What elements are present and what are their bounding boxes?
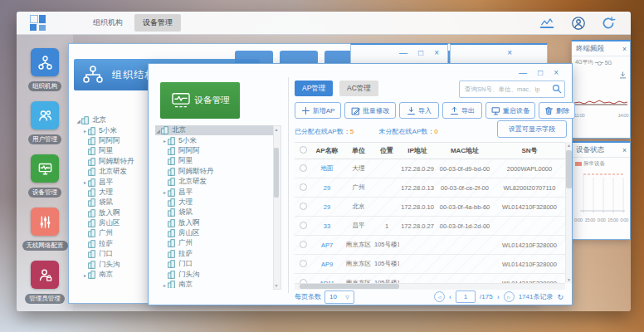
expander-icon[interactable]: ▸ [162, 189, 168, 195]
close-icon[interactable]: × [434, 48, 441, 57]
tree-item[interactable]: 门口 [155, 259, 273, 269]
tree-item[interactable]: 房山区 [155, 228, 273, 238]
table-row[interactable]: 33昌平1172.28.0.2700-03-0f-1d-2d-00 [295, 217, 565, 236]
toolbar-button-1[interactable]: 批量修改 [344, 102, 396, 119]
dialog-toolbar: 新增AP批量修改导入导出重启设备删除 [295, 102, 575, 119]
minimize-icon[interactable]: — [399, 48, 409, 57]
select-all-checkbox[interactable] [300, 146, 307, 154]
tree-item[interactable]: 大理 [155, 198, 273, 208]
maximize-icon[interactable]: □ [538, 68, 543, 78]
row-checkbox[interactable] [300, 183, 307, 191]
stats-icon[interactable] [539, 16, 554, 31]
total-pages: /175 [480, 293, 493, 300]
expander-icon[interactable]: ▸ [162, 282, 168, 288]
close-icon[interactable]: × [622, 45, 627, 53]
minimize-icon[interactable]: — [519, 68, 527, 78]
admin-icon[interactable] [31, 261, 59, 289]
table-row[interactable]: AP11南京东区105号楼18WL014210F328000 [295, 274, 565, 283]
toolbar-button-3[interactable]: 导出 [442, 102, 482, 119]
per-page-label: 每页条数 [295, 292, 321, 301]
toolbar-button-4[interactable]: 重启设备 [485, 102, 535, 119]
sidebar-item-user-management[interactable]: 用户管理 [17, 101, 73, 144]
download-icon[interactable] [619, 71, 627, 79]
topbar-tab-device-management[interactable]: 设备管理 [134, 14, 181, 32]
refresh-icon[interactable] [601, 16, 616, 31]
org-icon[interactable] [31, 48, 59, 76]
monitor-icon[interactable] [31, 154, 59, 183]
search-input[interactable] [463, 82, 549, 96]
toolbar-button-0[interactable]: 新增AP [295, 102, 341, 119]
table-cell[interactable]: 33 [311, 222, 343, 230]
table-vertical-scrollbar[interactable]: ▲▼ [565, 142, 572, 283]
last-page-icon[interactable]: ▷ [504, 291, 515, 302]
table-cell[interactable]: 29 [311, 203, 343, 211]
toolbar-button-2[interactable]: 导入 [399, 102, 439, 119]
sliders-icon[interactable] [31, 208, 59, 236]
tree-item[interactable]: ◢北京 [155, 125, 273, 135]
maximize-icon[interactable]: □ [418, 48, 425, 57]
table-row[interactable]: 29北京172.28.0.1000-03-0f-4a-bb-60WL014210… [295, 198, 565, 217]
expander-icon[interactable]: ◢ [155, 128, 161, 134]
close-icon[interactable]: × [554, 68, 559, 78]
per-page-select[interactable]: 10 ▽ [324, 290, 354, 304]
row-checkbox[interactable] [300, 222, 307, 229]
tree-item[interactable]: 袋鼠 [155, 208, 273, 217]
panel-title: 设备状态 [576, 145, 604, 155]
next-page-icon[interactable]: › [497, 293, 500, 301]
search-icon[interactable] [552, 84, 562, 94]
account-icon[interactable] [571, 16, 586, 31]
tree-item[interactable]: 拉萨 [155, 249, 273, 259]
dialog-header: 设备管理 [160, 82, 240, 119]
tick-label: 0:00 [620, 217, 628, 222]
table-row[interactable]: AP7南京东区105号楼14WL014210F328000 [295, 236, 565, 255]
table-cell: 00-03-0f-1d-2d-00 [436, 222, 494, 230]
table-cell[interactable]: 地面 [311, 164, 343, 173]
tab-ap-management[interactable]: AP管理 [295, 81, 333, 96]
row-checkbox[interactable] [300, 164, 307, 172]
expander-icon[interactable]: ▸ [82, 179, 88, 185]
set-visible-fields-button[interactable]: 设置可显示字段 [497, 120, 567, 138]
close-icon[interactable]: × [507, 48, 514, 57]
tree-item[interactable]: 阿姆斯特丹 [155, 167, 273, 177]
table-cell[interactable]: 29 [311, 184, 343, 192]
column-header: 单位 [343, 146, 374, 155]
expander-icon[interactable]: ▸ [82, 128, 88, 134]
tree-item[interactable]: 阿阿阿 [155, 146, 273, 156]
sidebar-item-wireless-config[interactable]: 无线网络配置 [17, 208, 73, 251]
close-icon[interactable]: × [622, 146, 627, 154]
tree-item[interactable]: 广州 [155, 238, 273, 248]
tree-item[interactable]: ▸南京 [155, 280, 273, 288]
expander-icon[interactable]: ◢ [76, 118, 81, 124]
row-checkbox[interactable] [300, 260, 307, 267]
table-row[interactable]: 地面大理172.28.0.2900-03-0f-d9-bd-002000WAPL… [295, 159, 565, 178]
tree-scrollbar[interactable]: ▲▼ [273, 125, 281, 290]
table-cell[interactable]: AP9 [311, 261, 343, 268]
expander-icon[interactable]: ▸ [162, 138, 168, 144]
expander-icon[interactable]: ▸ [82, 272, 88, 278]
row-checkbox[interactable] [300, 203, 307, 210]
tree-item[interactable]: 阿里 [155, 156, 273, 166]
sidebar-item-organization[interactable]: 组织机构 [17, 48, 73, 91]
tree-item[interactable]: ▸5小米 [155, 135, 273, 145]
row-checkbox[interactable] [300, 241, 307, 248]
prev-page-icon[interactable]: ‹ [449, 293, 451, 301]
tree-item[interactable]: ▸昌平 [155, 187, 273, 197]
edit-icon [351, 106, 360, 115]
delete-button[interactable]: 删除 [539, 102, 575, 119]
tree-item[interactable]: 北京研发 [155, 177, 273, 187]
sidebar-item-device-management[interactable]: 设备管理 [17, 154, 73, 198]
topbar-tab-organization[interactable]: 组织机构 [85, 14, 131, 32]
sidebar-item-admin-management[interactable]: 管理员管理 [17, 261, 73, 304]
page-input[interactable]: 1 [456, 290, 476, 303]
first-page-icon[interactable]: ◁ [434, 291, 445, 302]
table-row[interactable]: AP9南京东区105号楼16WL014210F328000 [295, 255, 565, 274]
users-icon[interactable] [31, 101, 59, 129]
tree-item[interactable]: 门头沟 [155, 269, 273, 279]
table-row[interactable]: 29广州172.28.0.1300-03-0f-ce-2f-00WL8200I2… [295, 178, 565, 198]
tab-ac-management[interactable]: AC管理 [339, 81, 378, 96]
refresh-list-icon[interactable]: ↻ [557, 293, 564, 301]
dialog-tree: ◢北京▸5小米阿阿阿阿里阿姆斯特丹北京研发▸昌平大理袋鼠放入啊房山区广州拉萨门口… [155, 125, 273, 288]
table-horizontal-scrollbar[interactable] [295, 283, 565, 290]
tree-item[interactable]: 放入啊 [155, 218, 273, 228]
table-cell[interactable]: AP7 [311, 242, 343, 249]
